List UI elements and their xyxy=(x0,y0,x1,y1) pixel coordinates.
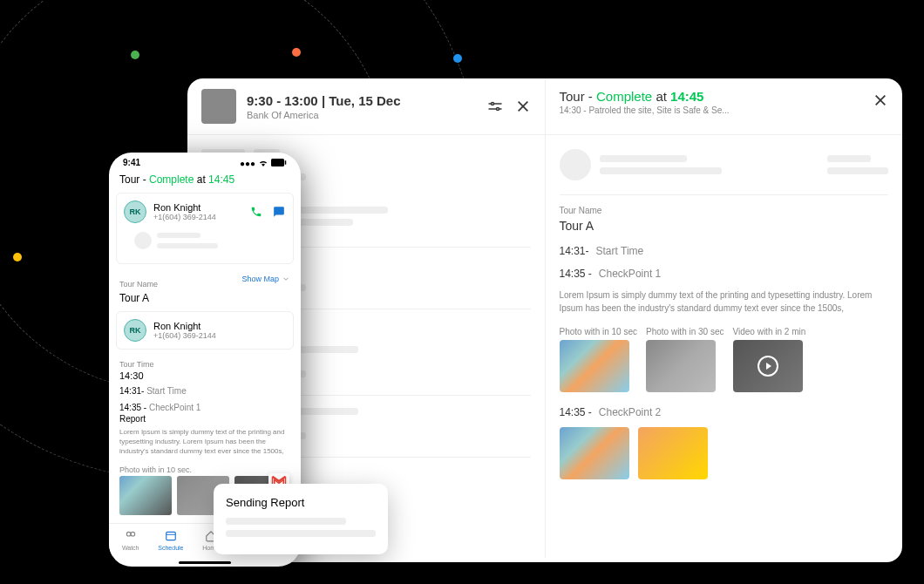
svg-point-13 xyxy=(131,532,135,536)
timeline-desc: CheckPoint 1 xyxy=(599,268,661,280)
decorative-dot xyxy=(131,51,139,59)
wifi-icon xyxy=(258,158,268,168)
site-name: Bank Of America xyxy=(247,110,401,120)
tablet-right-panel: Tour Name Tour A 14:31-Start Time 14:35 … xyxy=(546,135,903,558)
photo-caption: Video with in 2 min xyxy=(733,327,806,336)
status-time: 9:41 xyxy=(123,158,140,168)
timeline-desc: CheckPoint 1 xyxy=(149,403,200,412)
tour-time-label: Tour Time xyxy=(119,360,290,369)
tour-summary: 14:30 - Patroled the site, Site is Safe … xyxy=(560,105,889,115)
decorative-dot xyxy=(453,54,462,63)
tour-prefix: Tour - xyxy=(560,89,597,104)
tablet-header-right: Tour - Complete at 14:45 14:30 - Patrole… xyxy=(546,78,903,134)
close-icon[interactable] xyxy=(515,98,531,114)
svg-point-0 xyxy=(491,103,493,105)
tablet-header-left: 9:30 - 13:00 | Tue, 15 Dec Bank Of Ameri… xyxy=(187,78,546,134)
tour-name-label: Tour Name xyxy=(119,280,158,289)
schedule-time: 9:30 - 13:00 | Tue, 15 Dec xyxy=(247,93,401,108)
checkpoint-photo[interactable] xyxy=(638,427,708,479)
checkpoint-photo[interactable] xyxy=(646,340,716,392)
photo-caption: Photo with in 10 sec xyxy=(560,327,638,336)
tour-time-value: 14:30 xyxy=(119,370,290,381)
tour-at: at xyxy=(652,89,670,104)
tab-watch[interactable]: Watch xyxy=(122,529,139,551)
contact-name: Ron Knight xyxy=(153,321,216,331)
svg-rect-10 xyxy=(271,159,284,166)
svg-point-3 xyxy=(496,108,499,111)
tour-time: 14:45 xyxy=(208,173,234,186)
timeline-desc: Start Time xyxy=(596,245,644,257)
settings-icon[interactable] xyxy=(487,98,503,114)
tour-name-value: Tour A xyxy=(119,292,290,304)
message-icon[interactable] xyxy=(272,205,286,219)
call-icon[interactable] xyxy=(249,205,263,219)
report-text: Lorem Ipsum is simply dummy text of the … xyxy=(109,427,301,462)
sending-report-toast: Sending Report xyxy=(214,484,388,554)
tour-name-label: Tour Name xyxy=(560,206,889,215)
svg-rect-11 xyxy=(285,160,287,165)
photo-caption: Photo with in 10 sec. xyxy=(119,465,290,474)
report-photo[interactable] xyxy=(119,476,172,515)
home-indicator xyxy=(179,561,231,564)
site-thumbnail xyxy=(201,89,236,124)
contact-avatar: RK xyxy=(124,200,146,223)
decorative-dot xyxy=(13,253,22,261)
phone-status-bar: 9:41 ●●● xyxy=(109,153,301,170)
tour-prefix: Tour - xyxy=(119,173,149,186)
svg-point-12 xyxy=(126,532,131,536)
report-label: Report xyxy=(119,414,290,424)
tour-status: Complete xyxy=(596,89,652,104)
tour-at: at xyxy=(194,173,208,186)
checkpoint-description: Lorem Ipsum is simply dummy text of the … xyxy=(560,289,889,315)
signal-icon: ●●● xyxy=(240,159,255,168)
contact-name: Ron Knight xyxy=(153,202,216,213)
close-icon[interactable] xyxy=(873,92,888,108)
decorative-dot xyxy=(292,48,301,57)
tour-time: 14:45 xyxy=(670,89,703,104)
tour-name-value: Tour A xyxy=(560,219,889,233)
show-map-link[interactable]: Show Map xyxy=(241,275,290,283)
timeline-time: 14:35 - xyxy=(560,268,592,280)
tab-schedule[interactable]: Schedule xyxy=(158,529,183,551)
toast-title: Sending Report xyxy=(226,496,376,509)
checkpoint-video[interactable] xyxy=(733,340,803,392)
timeline-desc: CheckPoint 2 xyxy=(599,406,661,418)
contact-phone: +1(604) 369-2144 xyxy=(153,331,216,340)
timeline-time: 14:35 - xyxy=(119,403,146,412)
tour-status: Complete xyxy=(149,173,194,186)
timeline-time: 14:35 - xyxy=(560,406,592,418)
photo-caption: Photo with in 30 sec xyxy=(646,327,724,336)
contact-avatar: RK xyxy=(124,319,146,342)
contact-phone: +1(604) 369-2144 xyxy=(153,213,216,221)
play-icon xyxy=(758,356,778,377)
checkpoint-photo[interactable] xyxy=(560,427,629,479)
timeline-time: 14:31- xyxy=(119,386,144,396)
svg-rect-14 xyxy=(166,532,176,540)
battery-icon xyxy=(271,159,287,168)
timeline-time: 14:31- xyxy=(560,245,589,257)
timeline-desc: Start Time xyxy=(146,386,187,396)
checkpoint-photo[interactable] xyxy=(560,340,629,392)
